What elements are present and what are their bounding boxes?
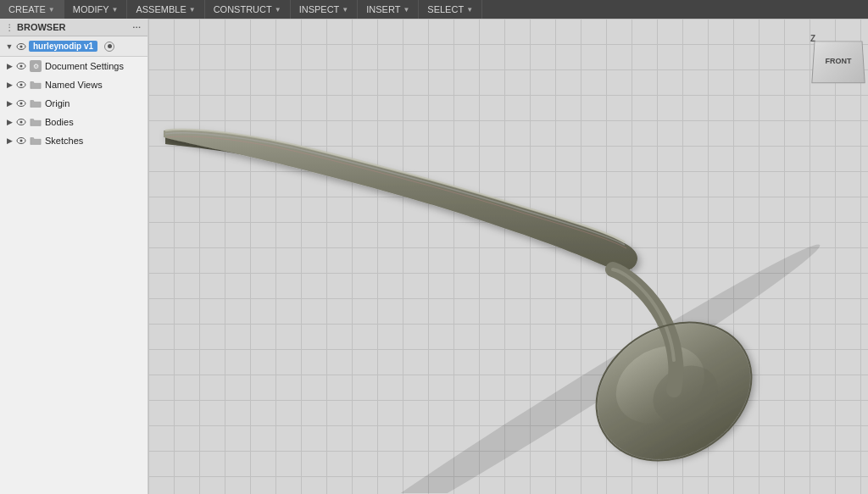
insert-menu[interactable]: INSERT ▼ bbox=[358, 0, 419, 19]
bodies-label: Bodies bbox=[45, 117, 74, 127]
construct-menu[interactable]: CONSTRUCT ▼ bbox=[205, 0, 291, 19]
3d-viewport[interactable]: Z FRONT bbox=[148, 19, 868, 494]
bodies-folder-icon bbox=[29, 115, 42, 129]
svg-point-5 bbox=[20, 84, 23, 86]
top-toolbar: CREATE ▼ MODIFY ▼ ASSEMBLE ▼ CONSTRUCT ▼… bbox=[0, 0, 868, 19]
document-name-badge: hurleynodip v1 bbox=[29, 41, 97, 52]
bodies-expand[interactable]: ▶ bbox=[3, 116, 15, 128]
assemble-arrow: ▼ bbox=[189, 6, 196, 14]
settings-label: Document Settings bbox=[45, 61, 124, 71]
create-arrow: ▼ bbox=[48, 6, 55, 14]
named-views-expand[interactable]: ▶ bbox=[3, 79, 15, 91]
grip-icon: ⋮ bbox=[5, 23, 14, 32]
bodies-visibility-icon[interactable] bbox=[15, 116, 27, 128]
svg-point-9 bbox=[20, 121, 23, 124]
sketches-expand[interactable]: ▶ bbox=[3, 135, 15, 147]
origin-expand[interactable]: ▶ bbox=[3, 97, 15, 109]
browser-header: ⋮ BROWSER ⋯ bbox=[0, 19, 147, 36]
spoon-model bbox=[148, 36, 868, 493]
tree-item-document-settings[interactable]: ▶ ⚙ Document Settings bbox=[0, 57, 147, 75]
viewcube-face[interactable]: FRONT bbox=[811, 41, 865, 83]
tree-item-origin[interactable]: ▶ Origin bbox=[0, 94, 147, 113]
browser-panel: ⋮ BROWSER ⋯ ▼ hurleynodip v1 ▶ bbox=[0, 19, 148, 494]
sketches-label: Sketches bbox=[45, 136, 83, 146]
svg-point-1 bbox=[20, 45, 23, 47]
assemble-menu[interactable]: ASSEMBLE ▼ bbox=[127, 0, 204, 19]
doc-expand-arrow[interactable]: ▼ bbox=[3, 41, 15, 53]
svg-point-11 bbox=[20, 140, 23, 142]
origin-folder-icon bbox=[29, 97, 42, 110]
modify-arrow: ▼ bbox=[112, 6, 119, 14]
svg-point-7 bbox=[20, 103, 23, 105]
settings-visibility-icon[interactable] bbox=[15, 60, 27, 72]
svg-point-3 bbox=[20, 65, 23, 68]
sketches-visibility-icon[interactable] bbox=[15, 135, 27, 147]
origin-visibility-icon[interactable] bbox=[15, 97, 27, 109]
browser-options-icon[interactable]: ⋯ bbox=[131, 21, 142, 33]
tree-item-bodies[interactable]: ▶ Bodies bbox=[0, 113, 147, 131]
named-views-visibility-icon[interactable] bbox=[15, 79, 27, 91]
insert-arrow: ▼ bbox=[403, 6, 409, 14]
named-views-label: Named Views bbox=[45, 80, 103, 90]
select-menu[interactable]: SELECT ▼ bbox=[419, 0, 482, 19]
tree-item-named-views[interactable]: ▶ Named Views bbox=[0, 75, 147, 94]
named-views-folder-icon bbox=[29, 78, 42, 92]
settings-gear-icon: ⚙ bbox=[29, 59, 42, 73]
modify-menu[interactable]: MODIFY ▼ bbox=[64, 0, 128, 19]
select-arrow: ▼ bbox=[466, 6, 473, 14]
tree-item-sketches[interactable]: ▶ Sketches bbox=[0, 131, 147, 150]
construct-arrow: ▼ bbox=[275, 6, 281, 14]
origin-label: Origin bbox=[45, 98, 70, 108]
browser-title: BROWSER bbox=[17, 22, 65, 32]
create-menu[interactable]: CREATE ▼ bbox=[0, 0, 64, 19]
settings-expand[interactable]: ▶ bbox=[3, 60, 15, 72]
viewcube[interactable]: Z FRONT bbox=[804, 27, 868, 91]
inspect-arrow: ▼ bbox=[342, 6, 348, 14]
inspect-menu[interactable]: INSPECT ▼ bbox=[291, 0, 359, 19]
document-item[interactable]: ▼ hurleynodip v1 bbox=[0, 36, 147, 57]
doc-visibility-icon[interactable] bbox=[15, 41, 27, 53]
main-area: ⋮ BROWSER ⋯ ▼ hurleynodip v1 ▶ bbox=[0, 19, 868, 494]
active-doc-icon bbox=[104, 42, 114, 52]
sketches-folder-icon bbox=[29, 134, 42, 147]
